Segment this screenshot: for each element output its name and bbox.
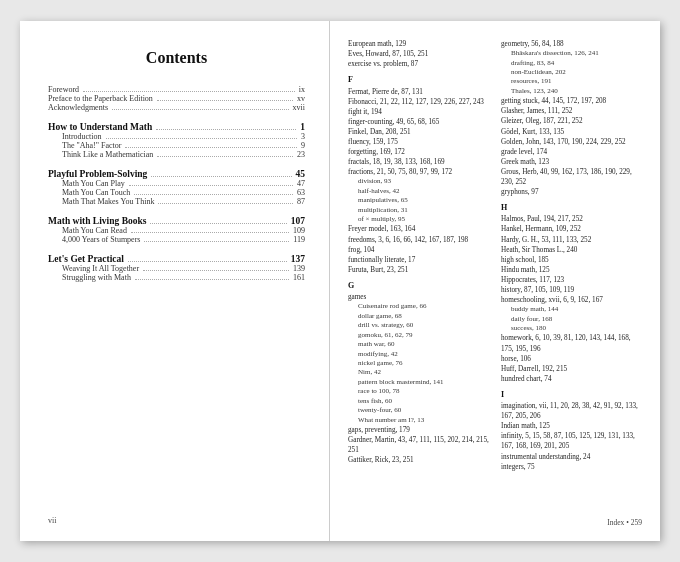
- index-entry: Grous, Herb, 40, 99, 162, 173, 186, 190,…: [501, 167, 644, 187]
- index-entry: games: [348, 292, 491, 302]
- index-entry: finger-counting, 49, 65, 68, 165: [348, 117, 491, 127]
- toc-label: The "Aha!" Factor: [62, 141, 121, 150]
- index-sub: resources, 191: [501, 77, 644, 86]
- index-entry: Hardy, G. H., 53, 111, 133, 252: [501, 235, 644, 245]
- toc-dots: [128, 261, 287, 262]
- index-entry: exercise vs. problem, 87: [348, 59, 491, 69]
- toc-label: 4,000 Years of Stumpers: [62, 235, 140, 244]
- toc-entry: Weaving It All Together139: [62, 264, 305, 273]
- index-entry: Glasher, James, 111, 252: [501, 106, 644, 116]
- left-page: Contents ForewordixPreface to the Paperb…: [20, 21, 330, 541]
- index-sub: drafting, 83, 84: [501, 59, 644, 68]
- toc-entry: Think Like a Mathematician23: [62, 150, 305, 159]
- index-entry: Finkel, Dan, 208, 251: [348, 127, 491, 137]
- toc-dots: [144, 241, 289, 242]
- toc-page: 47: [297, 179, 305, 188]
- toc-entry: The "Aha!" Factor9: [62, 141, 305, 150]
- index-entry: Hippocrates, 117, 123: [501, 275, 644, 285]
- index-sub: pattern block mastermind, 141: [348, 378, 491, 387]
- index-entry: fluency, 159, 175: [348, 137, 491, 147]
- index-entry: freedoms, 3, 6, 16, 66, 142, 167, 187, 1…: [348, 235, 491, 245]
- index-letter: G: [348, 280, 491, 291]
- index-entry: instrumental understanding, 24: [501, 452, 644, 462]
- page-footer-left: vii: [48, 516, 56, 525]
- index-entry: Golden, John, 143, 170, 190, 224, 229, 2…: [501, 137, 644, 147]
- index-entry: infinity, 5, 15, 58, 87, 105, 125, 129, …: [501, 431, 644, 451]
- index-entry: integers, 75: [501, 462, 644, 472]
- index-sub: gomoku, 61, 62, 79: [348, 331, 491, 340]
- toc-dots: [157, 100, 293, 101]
- index-letter: F: [348, 74, 491, 85]
- toc-entry: How to Understand Math1: [48, 122, 305, 132]
- toc-dots: [150, 223, 286, 224]
- index-entry: Indian math, 125: [501, 421, 644, 431]
- index-sub: manipulatives, 65: [348, 196, 491, 205]
- toc-page: ix: [299, 85, 305, 94]
- toc-dots: [112, 109, 289, 110]
- index-sub: modifying, 42: [348, 350, 491, 359]
- toc-dots: [156, 129, 296, 130]
- index-entry: functionally literate, 17: [348, 255, 491, 265]
- index-sub: Thales, 123, 240: [501, 87, 644, 96]
- toc-label: Let's Get Practical: [48, 254, 124, 264]
- index-sub: buddy math, 144: [501, 305, 644, 314]
- toc-label: Introduction: [62, 132, 102, 141]
- toc-page: 139: [293, 264, 305, 273]
- index-sub: success, 180: [501, 324, 644, 333]
- index-entry: Fibonacci, 21, 22, 112, 127, 129, 226, 2…: [348, 97, 491, 107]
- toc-label: Foreword: [48, 85, 79, 94]
- toc-entry: Math You Can Read109: [62, 226, 305, 235]
- toc-label: Math with Living Books: [48, 216, 146, 226]
- contents-title: Contents: [48, 49, 305, 67]
- index-sub: dollar game, 68: [348, 312, 491, 321]
- toc-dots: [129, 185, 293, 186]
- index-entry: hundred chart, 74: [501, 374, 644, 384]
- toc-page: 161: [293, 273, 305, 282]
- index-entry: high school, 185: [501, 255, 644, 265]
- index-entry: fractals, 18, 19, 38, 133, 168, 169: [348, 157, 491, 167]
- index-sub: nickel game, 76: [348, 359, 491, 368]
- toc-entry: Acknowledgmentsxvii: [48, 103, 305, 112]
- index-sub: drill vs. strategy, 60: [348, 321, 491, 330]
- index-entry: getting stuck, 44, 145, 172, 197, 208: [501, 96, 644, 106]
- toc-label: Think Like a Mathematician: [62, 150, 153, 159]
- index-entry: Fermat, Pierre de, 87, 131: [348, 87, 491, 97]
- index-entry: frog, 104: [348, 245, 491, 255]
- toc-dots: [134, 194, 293, 195]
- index-entry: fractions, 21, 50, 75, 80, 97, 99, 172: [348, 167, 491, 177]
- toc-label: Math You Can Play: [62, 179, 125, 188]
- index-entry: Hindu math, 125: [501, 265, 644, 275]
- index-entry: geometry, 56, 84, 188: [501, 39, 644, 49]
- toc-page: xvii: [293, 103, 305, 112]
- toc-dots: [131, 232, 289, 233]
- toc-entry: Math You Can Touch63: [62, 188, 305, 197]
- toc-entry: Math That Makes You Think87: [62, 197, 305, 206]
- index-sub: Bhāskara's dissection, 126, 241: [501, 49, 644, 58]
- toc-page: 137: [291, 254, 305, 264]
- toc-dots: [125, 147, 297, 148]
- index-sub: Cuisenaire rod game, 66: [348, 302, 491, 311]
- toc-page: 1: [300, 122, 305, 132]
- toc-dots: [151, 176, 291, 177]
- index-sub: daily four, 168: [501, 315, 644, 324]
- index-col1: European math, 129Eves, Howard, 87, 105,…: [348, 39, 491, 523]
- index-sub: Nim, 42: [348, 368, 491, 377]
- index-sub: multiplication, 31: [348, 206, 491, 215]
- index-entry: Heath, Sir Thomas L., 240: [501, 245, 644, 255]
- index-entry: Greek math, 123: [501, 157, 644, 167]
- index-entry: Hankel, Hermann, 109, 252: [501, 224, 644, 234]
- toc-page: 23: [297, 150, 305, 159]
- toc-entry: Preface to the Paperback Editionxv: [48, 94, 305, 103]
- index-entry: homework, 6, 10, 39, 81, 120, 143, 144, …: [501, 333, 644, 353]
- index-entry: Furuta, Burt, 23, 251: [348, 265, 491, 275]
- toc-label: Math You Can Touch: [62, 188, 130, 197]
- toc-label: Math You Can Read: [62, 226, 127, 235]
- toc-label: Weaving It All Together: [62, 264, 139, 273]
- index-entry: horse, 106: [501, 354, 644, 364]
- toc-entry: Struggling with Math161: [62, 273, 305, 282]
- index-sub: half-halves, 42: [348, 187, 491, 196]
- index-entry: Eves, Howard, 87, 105, 251: [348, 49, 491, 59]
- toc-page: 119: [293, 235, 305, 244]
- toc-dots: [158, 203, 293, 204]
- toc-page: 9: [301, 141, 305, 150]
